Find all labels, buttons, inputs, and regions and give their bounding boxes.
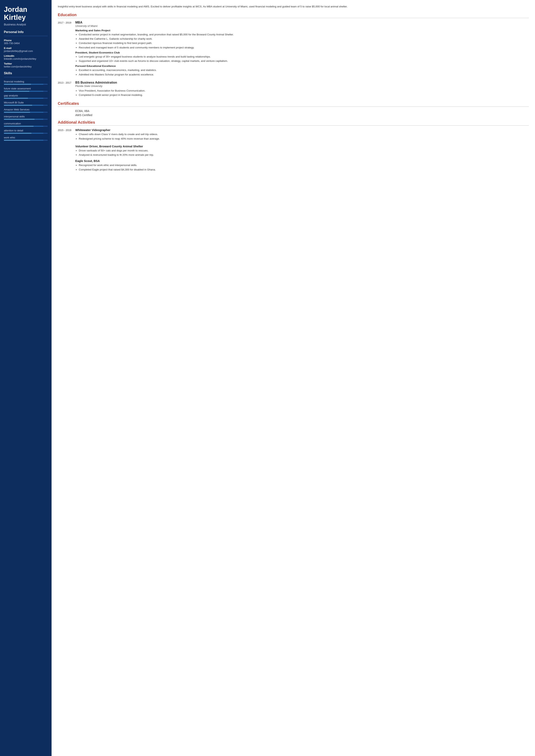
bullet-item: Recruited and managed team of 5 students… (79, 46, 529, 50)
skill-bar-accent-4 (30, 112, 43, 113)
volunteer-title: Volunteer Driver, Broward County Animal … (75, 145, 529, 148)
candidate-title: Business Analyst (4, 23, 48, 26)
skill-bar-bg-4 (4, 112, 48, 113)
skill-bar-accent-6 (34, 126, 43, 127)
skill-item-5: interpersonal skills (4, 115, 48, 120)
skill-name-2: gap analysis (4, 94, 48, 97)
main-content: Insightful entry-level business analyst … (51, 0, 535, 756)
education-title: Education (58, 13, 529, 17)
skill-bar-fill-1 (4, 91, 29, 92)
email-item: E-mail jordanzkirtley@gmail.com (4, 47, 48, 52)
education-divider (58, 18, 529, 18)
bs-school: Florida State University (75, 85, 529, 88)
skill-bar-fill-8 (4, 140, 30, 141)
skills-divider (4, 77, 48, 77)
bs-degree: BS Business Administration (75, 81, 529, 84)
activity-title-row-0: 2015 - 2019 Whitewater Videographer Chas… (58, 128, 529, 142)
skill-bar-accent-7 (32, 133, 43, 134)
skill-bar-bg-3 (4, 105, 48, 106)
personal-info-heading: Personal Info (4, 30, 48, 34)
bullet-item: Vice President, Association for Business… (79, 89, 529, 93)
mba-subsection-1-bullets: Conducted senior project in market segme… (75, 33, 529, 50)
bullet-item: Analyzed & restructured loading to fit 2… (79, 153, 529, 157)
skill-name-4: Amazon Web Services (4, 108, 48, 111)
mba-school: University of Miami (75, 24, 529, 27)
eagle-scout-bullets: Recognized for work ethic and interperso… (75, 163, 529, 172)
skills-heading: Skills (4, 71, 48, 75)
skills-section: financial modeling future state assessme… (4, 80, 48, 141)
bullet-item: Completed 6-credit senior project in fin… (79, 93, 529, 97)
skill-name-7: attention to detail (4, 129, 48, 132)
mba-years: 2017 - 2019 (58, 21, 72, 78)
skill-item-3: Microsoft BI Suite (4, 101, 48, 106)
skill-bar-accent-3 (32, 105, 43, 106)
mba-subsection-2-bullets: Led energetic group of 30+ engaged busin… (75, 55, 529, 63)
linkedin-label: LinkedIn (4, 54, 48, 57)
bullet-item: Chased rafts down Class V rivers daily t… (79, 132, 529, 136)
skill-item-7: attention to detail (4, 129, 48, 134)
volunteer-bullets: Drove vanloads of 50+ cats and dogs per … (75, 149, 529, 157)
twitter-item: Twitter twitter.com/jordanzkirtley (4, 62, 48, 68)
skill-bar-bg-2 (4, 98, 48, 99)
skill-item-1: future state assessment (4, 87, 48, 92)
skill-name-1: future state assessment (4, 87, 48, 90)
phone-item: Phone 305-730-3464 (4, 39, 48, 45)
bullet-item: Redesigned pricing scheme to reap 40% mo… (79, 137, 529, 141)
activity-bullets-0: Chased rafts down Class V rivers daily t… (75, 132, 529, 141)
bullet-item: Excelled in accounting, macroeconomics, … (79, 68, 529, 72)
skill-bar-bg-8 (4, 140, 48, 141)
skill-name-8: work ethic (4, 136, 48, 139)
skill-bar-bg-5 (4, 119, 48, 120)
activity-years-0: 2015 - 2019 (58, 128, 72, 142)
skill-bar-bg-7 (4, 133, 48, 134)
skill-name-0: financial modeling (4, 80, 48, 83)
skill-bar-accent-1 (29, 91, 43, 92)
bullet-item: Conducted senior project in market segme… (79, 33, 529, 37)
skill-item-4: Amazon Web Services (4, 108, 48, 113)
mba-degree: MBA (75, 21, 529, 24)
skill-item-0: financial modeling (4, 80, 48, 85)
activity-entry-eagle-scout: Eagle Scout, BSA Recognized for work eth… (75, 159, 529, 172)
bullet-item: Drove vanloads of 50+ cats and dogs per … (79, 149, 529, 152)
certificates-title: Certificates (58, 101, 529, 106)
skill-bar-fill-6 (4, 126, 34, 127)
activity-title-0: Whitewater Videographer (75, 128, 529, 132)
eagle-scout-title: Eagle Scout, BSA (75, 159, 529, 163)
skill-bar-accent-2 (28, 98, 43, 99)
additional-activities-title: Additional Activities (58, 120, 529, 124)
skill-bar-fill-0 (4, 84, 31, 85)
cert-item-1: AWS Certified (58, 114, 529, 117)
email-label: E-mail (4, 47, 48, 50)
candidate-name: Jordan Kirtley (4, 6, 48, 22)
phone-value: 305-730-3464 (4, 42, 48, 45)
skill-bar-bg-6 (4, 126, 48, 127)
mba-subsection-3-bullets: Excelled in accounting, macroeconomics, … (75, 68, 529, 77)
bullet-item: Supported and organized 10+ club events … (79, 59, 529, 63)
twitter-value: twitter.com/jordanzkirtley (4, 65, 48, 68)
sidebar: Jordan Kirtley Business Analyst Personal… (0, 0, 51, 756)
skill-bar-fill-3 (4, 105, 32, 106)
skill-bar-fill-2 (4, 98, 28, 99)
bullet-item: Completed Eagle project that raised $4,3… (79, 168, 529, 172)
skill-name-3: Microsoft BI Suite (4, 101, 48, 104)
skill-bar-accent-8 (30, 140, 43, 141)
linkedin-value: linkedin.com/in/jordanzkirtley (4, 57, 48, 60)
summary-text: Insightful entry-level business analyst … (58, 5, 529, 9)
personal-info-section: Phone 305-730-3464 E-mail jordanzkirtley… (4, 39, 48, 68)
bs-years: 2013 - 2017 (58, 81, 72, 98)
skill-bar-fill-7 (4, 133, 32, 134)
activity-details-0: Whitewater Videographer Chased rafts dow… (75, 128, 529, 142)
twitter-label: Twitter (4, 62, 48, 65)
additional-activities-section: Additional Activities 2015 - 2019 Whitew… (58, 120, 529, 172)
certificates-section: Certificates ECBA, IIBA AWS Certified (58, 101, 529, 117)
skill-bar-fill-5 (4, 119, 35, 120)
phone-label: Phone (4, 39, 48, 42)
skill-item-6: communication (4, 122, 48, 127)
bullet-item: Awarded the Catherine L. Gallardo schola… (79, 37, 529, 41)
mba-subsection-3-title: Pursued Educational Excellence (75, 65, 529, 68)
personal-info-divider (4, 36, 48, 36)
skill-bar-bg-0 (4, 84, 48, 85)
email-value: jordanzkirtley@gmail.com (4, 50, 48, 52)
mba-subsection-1-title: Marketing and Sales Project (75, 29, 529, 32)
skill-bar-accent-5 (35, 119, 43, 120)
